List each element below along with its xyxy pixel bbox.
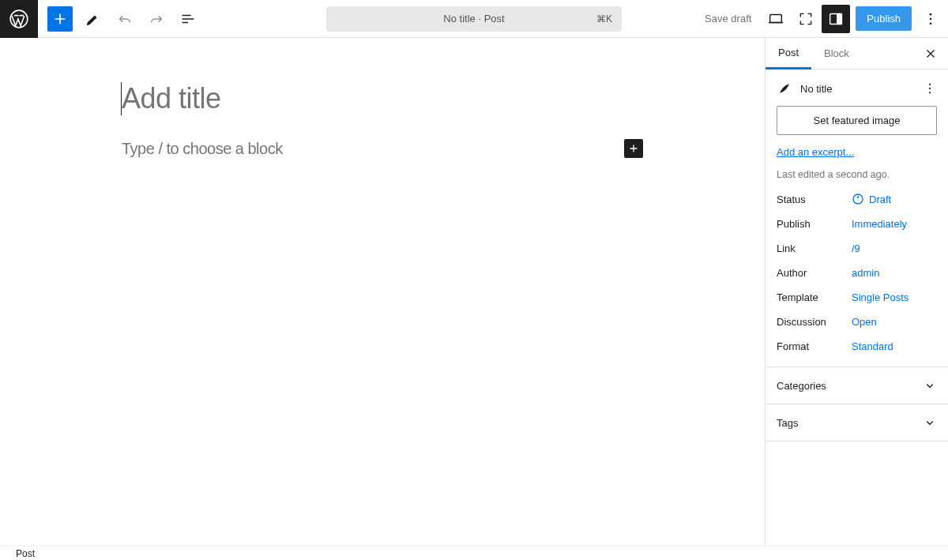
undo-button[interactable] [111,5,139,33]
expand-icon [798,11,814,27]
publish-button[interactable]: Publish [856,6,912,31]
fullscreen-button[interactable] [792,5,820,33]
redo-icon [148,10,165,28]
categories-panel-toggle[interactable]: Categories [766,367,948,404]
undo-icon [116,10,134,28]
template-button[interactable]: Single Posts [852,291,908,303]
chevron-down-icon [923,378,937,393]
status-label: Status [777,194,852,205]
svg-point-6 [930,22,932,24]
sidebar-icon [827,10,845,28]
svg-point-7 [929,84,931,85]
tags-panel-title: Tags [777,417,798,429]
breadcrumb-item[interactable]: Post [16,548,35,559]
svg-point-9 [929,92,931,93]
add-block-button[interactable] [624,139,643,158]
svg-point-10 [853,194,863,204]
empty-block-prompt[interactable]: Type / to choose a block [122,140,283,158]
post-actions-button[interactable] [920,78,940,99]
close-sidebar-button[interactable] [918,41,943,66]
redo-button[interactable] [142,5,171,33]
close-icon [924,47,938,61]
svg-rect-3 [837,13,842,24]
preview-button[interactable] [762,5,790,33]
template-label: Template [777,291,852,303]
wordpress-logo-button[interactable] [0,0,38,38]
plus-icon [626,141,641,156]
discussion-label: Discussion [777,316,852,328]
svg-point-8 [929,88,931,89]
top-toolbar: No title · Post ⌘K Save draft Publish [0,0,948,38]
publish-label: Publish [777,218,852,230]
more-vertical-icon [923,11,939,27]
svg-point-4 [930,13,932,15]
block-breadcrumb: Post [0,546,948,560]
format-button[interactable]: Standard [852,340,893,352]
pencil-icon [85,10,102,28]
tab-post[interactable]: Post [766,38,811,70]
wordpress-icon [9,9,29,29]
permalink-button[interactable]: /9 [852,242,860,254]
publish-date-button[interactable]: Immediately [852,218,907,230]
link-label: Link [777,242,852,254]
options-button[interactable] [916,3,945,35]
set-featured-image-button[interactable]: Set featured image [777,106,937,135]
sidebar-tabs: Post Block [766,38,948,70]
settings-sidebar-toggle[interactable] [822,5,850,33]
save-draft-button[interactable]: Save draft [695,13,761,24]
author-label: Author [777,267,852,279]
settings-sidebar: Post Block No title Set featured image A… [765,38,948,546]
tags-panel-toggle[interactable]: Tags [766,404,948,442]
post-type-icon [777,81,792,96]
add-excerpt-link[interactable]: Add an excerpt... [777,146,937,158]
post-summary-panel: No title Set featured image Add an excer… [766,70,948,367]
plus-icon [51,10,69,28]
tools-button[interactable] [79,5,107,33]
chevron-down-icon [923,415,937,430]
tab-block[interactable]: Block [811,38,862,70]
post-title-display: No title [800,83,832,95]
post-title-input[interactable] [122,82,643,115]
draft-status-icon [852,193,864,205]
status-button[interactable]: Draft [852,193,891,205]
discussion-button[interactable]: Open [852,316,877,328]
svg-point-5 [930,17,932,20]
last-edited-text: Last edited a second ago. [777,169,937,180]
editor-canvas[interactable]: Type / to choose a block [0,38,765,546]
desktop-icon [767,10,784,28]
document-overview-button[interactable] [174,5,202,33]
document-bar[interactable]: No title · Post ⌘K [326,6,622,32]
command-shortcut: ⌘K [596,13,612,24]
block-inserter-button[interactable] [47,6,73,32]
categories-panel-title: Categories [777,380,826,392]
list-icon [179,10,197,28]
format-label: Format [777,340,852,352]
author-button[interactable]: admin [852,267,879,279]
document-bar-title: No title · Post [443,13,504,24]
svg-rect-1 [770,14,782,22]
more-vertical-icon [923,81,937,96]
